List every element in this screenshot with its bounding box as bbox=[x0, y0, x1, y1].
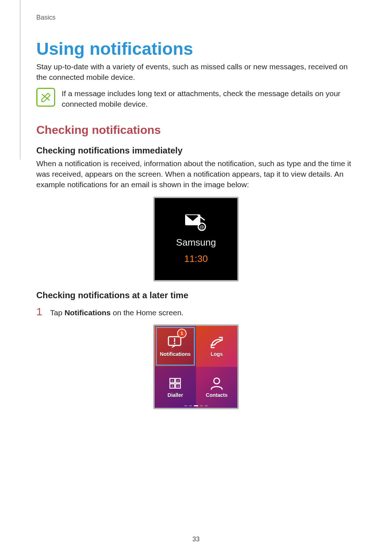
svg-text:@: @ bbox=[199, 224, 204, 230]
note-text: If a message includes long text or attac… bbox=[62, 88, 356, 110]
svg-text:3: 3 bbox=[171, 385, 173, 388]
tile-label-dialler: Dialler bbox=[168, 392, 183, 398]
logs-icon bbox=[208, 335, 225, 350]
step-number: 1 bbox=[36, 305, 44, 318]
page-title: Using notifications bbox=[36, 39, 356, 59]
step-1: 1 Tap Notifications on the Home screen. bbox=[36, 305, 356, 318]
step-prefix: Tap bbox=[50, 308, 65, 317]
tile-label-notifications: Notifications bbox=[160, 351, 191, 357]
intro-paragraph: Stay up-to-date with a variety of events… bbox=[36, 62, 356, 83]
svg-point-16 bbox=[214, 378, 220, 384]
step-suffix: on the Home screen. bbox=[111, 308, 184, 317]
sub-heading-immediate: Checking notifications immediately bbox=[36, 145, 356, 156]
svg-point-7 bbox=[174, 343, 175, 344]
step-text: Tap Notifications on the Home screen. bbox=[50, 308, 184, 317]
dialler-icon: 1 2 3 4 bbox=[167, 376, 184, 391]
email-icon: @ bbox=[184, 214, 208, 232]
svg-text:1: 1 bbox=[171, 379, 173, 382]
notification-time: 11:30 bbox=[184, 253, 208, 264]
tile-label-contacts: Contacts bbox=[206, 392, 228, 398]
step-strong: Notifications bbox=[65, 308, 111, 317]
paragraph-immediate: When a notification is received, informa… bbox=[36, 159, 356, 190]
home-screen-screenshot: 1 Notifications Logs 1 2 3 bbox=[153, 324, 239, 409]
breadcrumb: Basics bbox=[36, 0, 356, 21]
contacts-icon bbox=[208, 376, 225, 391]
sub-heading-later: Checking notifications at a later time bbox=[36, 290, 356, 300]
svg-text:4: 4 bbox=[177, 385, 179, 388]
page-number: 33 bbox=[0, 535, 392, 543]
svg-text:2: 2 bbox=[177, 379, 179, 382]
tile-logs[interactable]: Logs bbox=[196, 326, 237, 367]
email-notification-screenshot: @ Samsung 11:30 bbox=[153, 197, 239, 282]
notification-badge: 1 bbox=[177, 329, 187, 338]
notification-sender: Samsung bbox=[176, 237, 216, 248]
note-icon bbox=[36, 88, 55, 107]
page-indicator bbox=[155, 405, 237, 406]
page: Basics Using notifications Stay up-to-da… bbox=[0, 0, 392, 554]
tile-label-logs: Logs bbox=[211, 351, 222, 357]
vertical-rule bbox=[20, 0, 20, 160]
tile-dialler[interactable]: 1 2 3 4 Dialler bbox=[155, 367, 196, 408]
tile-contacts[interactable]: Contacts bbox=[196, 367, 237, 408]
tile-notifications[interactable]: 1 Notifications bbox=[155, 326, 196, 367]
note-box: If a message includes long text or attac… bbox=[36, 88, 356, 110]
subsection-title: Checking notifications bbox=[36, 123, 356, 137]
